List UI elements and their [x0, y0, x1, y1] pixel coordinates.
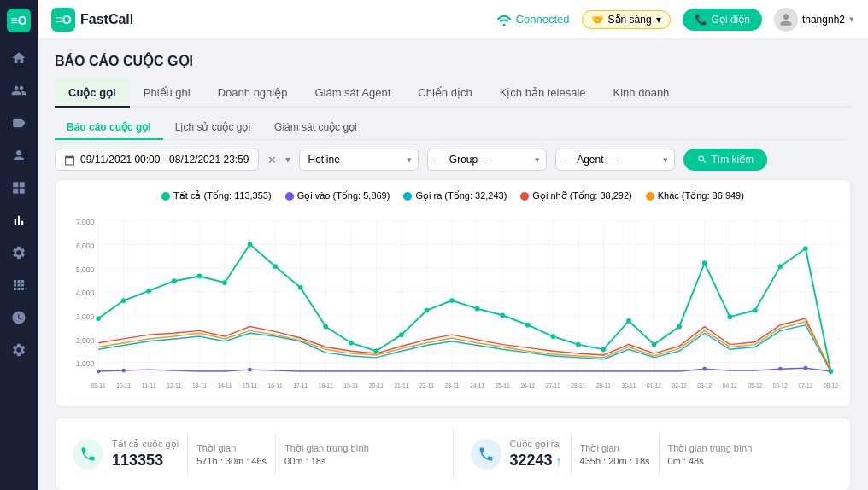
legend-dot-missed [520, 192, 529, 201]
sidebar-item-home[interactable] [5, 44, 32, 72]
tab-doanh-nghiep[interactable]: Doanh nghiệp [204, 79, 302, 108]
outbound-time-label: Thời gian [580, 443, 650, 454]
tab-phieu-ghi[interactable]: Phiếu ghi [130, 79, 204, 108]
connection-status: Connected [496, 13, 570, 26]
outbound-icon [471, 439, 501, 470]
status-dropdown[interactable]: 🤝 Sẵn sàng ▾ [582, 10, 671, 29]
group-select[interactable]: — Group — [427, 149, 547, 171]
sidebar-item-chart[interactable] [5, 207, 32, 234]
search-button[interactable]: Tìm kiếm [683, 149, 768, 171]
svg-point-102 [753, 308, 758, 313]
sidebar-item-apps[interactable] [5, 271, 32, 299]
svg-point-109 [702, 367, 707, 371]
tab-chien-dich[interactable]: Chiến dịch [404, 79, 485, 108]
agent-select[interactable]: — Agent — [555, 149, 675, 171]
tab-giam-sat[interactable]: Giám sát cuộc gọi [262, 116, 369, 140]
stat-divider-3 [571, 433, 572, 475]
svg-text:6,000: 6,000 [76, 242, 95, 250]
svg-point-96 [601, 347, 607, 352]
tab-bao-cao[interactable]: Báo cáo cuộc gọi [55, 116, 163, 140]
calendar-icon [64, 155, 75, 166]
svg-point-110 [778, 367, 783, 371]
legend-dot-all [161, 192, 170, 201]
svg-point-89 [425, 308, 430, 313]
svg-point-106 [97, 370, 101, 374]
svg-text:29-11: 29-11 [596, 382, 611, 388]
legend-inbound: Gọi vào (Tổng: 5,869) [285, 190, 390, 201]
svg-point-98 [652, 342, 657, 347]
svg-point-88 [399, 332, 404, 337]
svg-text:7,000: 7,000 [76, 218, 95, 226]
sidebar-item-clock[interactable] [5, 304, 32, 331]
all-calls-label: Tất cả cuộc gọi [112, 439, 179, 450]
app-name: FastCall [80, 12, 133, 27]
sidebar-logo: ≡O [7, 9, 31, 32]
svg-point-104 [803, 246, 808, 251]
svg-text:24-11: 24-11 [470, 382, 484, 388]
content-area: Báo cáo cuộc gọi Cuộc gọi Phiếu ghi Doan… [38, 39, 868, 490]
call-button-label: Gọi điện [712, 14, 750, 26]
svg-text:03-12: 03-12 [697, 382, 712, 388]
tab-kich-ban[interactable]: Kịch bản telesale [486, 79, 600, 108]
svg-point-0 [502, 23, 505, 26]
svg-point-87 [373, 348, 378, 353]
sub-tabs: Báo cáo cuộc gọi Lịch sử cuộc gọi Giám s… [55, 116, 851, 140]
outbound-time-value: 435h : 20m : 18s [580, 456, 650, 466]
page-title: Báo cáo cuộc gọi [55, 53, 851, 69]
svg-text:5,000: 5,000 [76, 265, 95, 274]
avatar [774, 8, 798, 32]
sidebar-item-settings[interactable] [5, 336, 32, 364]
outbound-avg: Thời gian trung bình 0m : 48s [668, 443, 753, 466]
tab-kinh-doanh[interactable]: Kinh doanh [600, 79, 683, 108]
sidebar-item-grid[interactable] [5, 174, 32, 201]
sidebar-item-gear[interactable] [5, 239, 32, 266]
svg-text:2,000: 2,000 [76, 336, 95, 345]
filters-row: 09/11/2021 00:00 - 08/12/2021 23:59 ✕ ▾ … [55, 149, 851, 171]
legend-label-inbound: Gọi vào (Tổng: 5,869) [297, 190, 390, 201]
svg-text:1,000: 1,000 [76, 359, 95, 368]
sidebar-item-users[interactable] [5, 77, 32, 104]
sidebar-item-person[interactable] [5, 142, 32, 169]
date-range-value: 09/11/2021 00:00 - 08/12/2021 23:59 [80, 154, 249, 166]
user-chevron-icon: ▾ [849, 14, 854, 25]
group-select-wrapper: — Group — [427, 149, 547, 171]
sidebar-item-tag[interactable] [5, 109, 32, 137]
svg-text:23-11: 23-11 [445, 382, 460, 388]
user-menu[interactable]: thangnh2 ▾ [774, 8, 854, 32]
hotline-select[interactable]: Hotline [299, 149, 419, 171]
all-calls-avg-label: Thời gian trung bình [284, 443, 369, 454]
all-calls-avg: Thời gian trung bình 00m : 18s [284, 443, 369, 466]
outbound-avg-label: Thời gian trung bình [668, 443, 753, 454]
tab-cuoc-goi[interactable]: Cuộc gọi [55, 79, 130, 108]
svg-point-91 [475, 306, 480, 312]
app-logo: ≡O FastCall [51, 8, 133, 32]
stat-divider-2 [275, 433, 276, 475]
call-button[interactable]: 📞 Gọi điện [683, 9, 762, 31]
svg-text:20-11: 20-11 [369, 382, 384, 388]
svg-text:02-12: 02-12 [672, 382, 687, 388]
svg-text:11-11: 11-11 [142, 382, 156, 388]
tab-giam-sat-agent[interactable]: Giám sát Agent [301, 79, 404, 108]
all-calls-icon [73, 439, 103, 470]
legend-label-outbound: Gọi ra (Tổng: 32,243) [415, 190, 507, 201]
outbound-details: Cuộc gọi ra 32243 ↑ [510, 439, 562, 470]
svg-point-97 [626, 318, 631, 324]
svg-text:19-11: 19-11 [343, 382, 358, 388]
call-icon: 📞 [695, 14, 707, 26]
date-range-picker[interactable]: 09/11/2021 00:00 - 08/12/2021 23:59 [55, 149, 259, 171]
tab-lich-su[interactable]: Lịch sử cuộc gọi [163, 116, 262, 140]
all-calls-time-value: 571h : 30m : 46s [196, 456, 267, 466]
legend-label-other: Khác (Tổng: 36,949) [658, 190, 744, 201]
clear-date-button[interactable]: ✕ [267, 154, 277, 166]
status-text: Sẵn sàng [608, 14, 652, 26]
svg-text:14-11: 14-11 [217, 382, 232, 388]
svg-point-90 [449, 298, 455, 303]
topbar-right: Connected 🤝 Sẵn sàng ▾ 📞 Gọi điện thangn… [496, 8, 854, 32]
svg-text:01-12: 01-12 [647, 382, 661, 388]
svg-point-95 [576, 342, 581, 347]
svg-point-94 [550, 334, 555, 339]
all-calls-details: Tất cả cuộc gọi 113353 [112, 439, 179, 470]
chart-svg-wrapper: 7,000 6,000 5,000 4,000 3,000 2,000 1,00… [66, 208, 840, 396]
stat-divider-main [453, 429, 454, 480]
svg-point-85 [323, 324, 328, 330]
